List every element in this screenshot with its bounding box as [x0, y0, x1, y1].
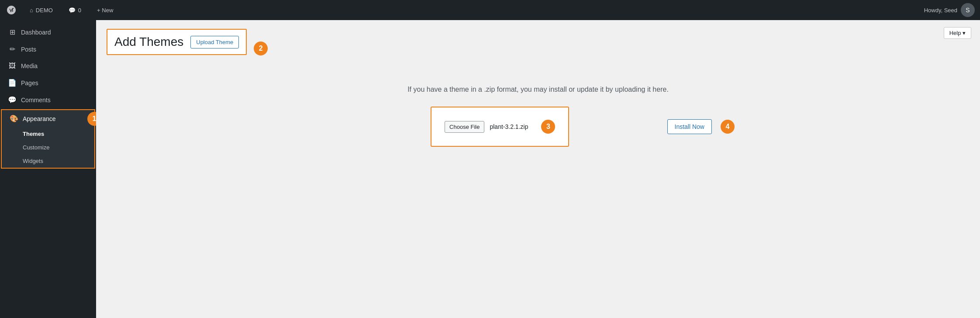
site-name-link[interactable]: ⌂ DEMO	[26, 5, 56, 15]
sidebar-submenu-widgets[interactable]: Widgets	[2, 154, 94, 168]
upload-theme-button[interactable]: Upload Theme	[190, 36, 239, 48]
new-label: + New	[97, 7, 113, 14]
appearance-section-outlined: 🎨 Appearance 1 Themes Customize Widgets	[1, 109, 95, 169]
main-layout: ⊞ Dashboard ✏ Posts 🖼 Media 📄 Pages 💬 Co…	[0, 20, 980, 318]
sidebar-label-appearance: Appearance	[23, 115, 56, 122]
sidebar-label-dashboard: Dashboard	[21, 29, 51, 36]
appearance-icon: 🎨	[10, 114, 18, 123]
file-input-area: Choose File plant-3.2.1.zip	[445, 121, 528, 133]
sidebar-item-dashboard[interactable]: ⊞ Dashboard	[0, 24, 96, 41]
sidebar-label-pages: Pages	[21, 80, 38, 86]
sidebar-item-pages[interactable]: 📄 Pages	[0, 74, 96, 91]
sidebar-item-appearance[interactable]: 🎨 Appearance 1	[2, 110, 94, 127]
content-area: Help ▾ Add Themes Upload Theme 2 If you …	[96, 20, 980, 318]
media-icon: 🖼	[8, 62, 17, 70]
sidebar: ⊞ Dashboard ✏ Posts 🖼 Media 📄 Pages 💬 Co…	[0, 20, 96, 318]
sidebar-label-comments: Comments	[21, 97, 51, 104]
annotation-badge-1: 1	[87, 112, 96, 126]
comments-icon: 💬	[8, 96, 17, 104]
file-name-display: plant-3.2.1.zip	[490, 123, 528, 130]
comments-link[interactable]: 💬 0	[65, 5, 85, 15]
annotation-badge-2: 2	[254, 41, 268, 55]
help-label: Help ▾	[949, 30, 966, 36]
header-row: Add Themes Upload Theme 2	[107, 29, 970, 68]
sidebar-submenu-themes[interactable]: Themes	[2, 127, 94, 141]
home-icon: ⌂	[30, 7, 33, 14]
upload-row: Choose File plant-3.2.1.zip 3 Install No…	[342, 107, 735, 147]
annotation-badge-3: 3	[541, 120, 555, 134]
upload-box-outlined: Choose File plant-3.2.1.zip 3	[431, 107, 569, 147]
admin-bar: ⌂ DEMO 💬 0 + New Howdy, Seed S	[0, 0, 980, 20]
choose-file-button[interactable]: Choose File	[445, 121, 484, 133]
comments-count: 0	[78, 7, 81, 14]
install-now-button[interactable]: Install Now	[667, 119, 712, 134]
dashboard-icon: ⊞	[8, 28, 17, 36]
new-content-link[interactable]: + New	[93, 5, 117, 15]
sidebar-submenu-customize[interactable]: Customize	[2, 141, 94, 154]
sidebar-item-media[interactable]: 🖼 Media	[0, 58, 96, 74]
sidebar-item-posts[interactable]: ✏ Posts	[0, 41, 96, 58]
help-button[interactable]: Help ▾	[944, 27, 971, 39]
sidebar-item-comments[interactable]: 💬 Comments	[0, 91, 96, 108]
page-header-outlined: Add Themes Upload Theme	[107, 29, 247, 55]
page-title: Add Themes	[114, 35, 183, 49]
themes-label: Themes	[23, 131, 44, 137]
customize-label: Customize	[23, 144, 49, 151]
sidebar-label-media: Media	[21, 62, 38, 69]
comment-icon: 💬	[69, 7, 76, 14]
posts-icon: ✏	[8, 45, 17, 53]
avatar: S	[961, 3, 975, 17]
howdy-text: Howdy, Seed	[924, 7, 957, 14]
sidebar-submenu: Themes Customize Widgets	[2, 127, 94, 168]
widgets-label: Widgets	[23, 158, 43, 164]
info-text: If you have a theme in a .zip format, yo…	[107, 86, 970, 93]
admin-bar-right: Howdy, Seed S	[924, 3, 975, 17]
site-name: DEMO	[36, 7, 53, 14]
wp-logo[interactable]	[5, 4, 17, 16]
pages-icon: 📄	[8, 79, 17, 87]
annotation-badge-4: 4	[721, 120, 735, 134]
sidebar-label-posts: Posts	[21, 46, 36, 53]
